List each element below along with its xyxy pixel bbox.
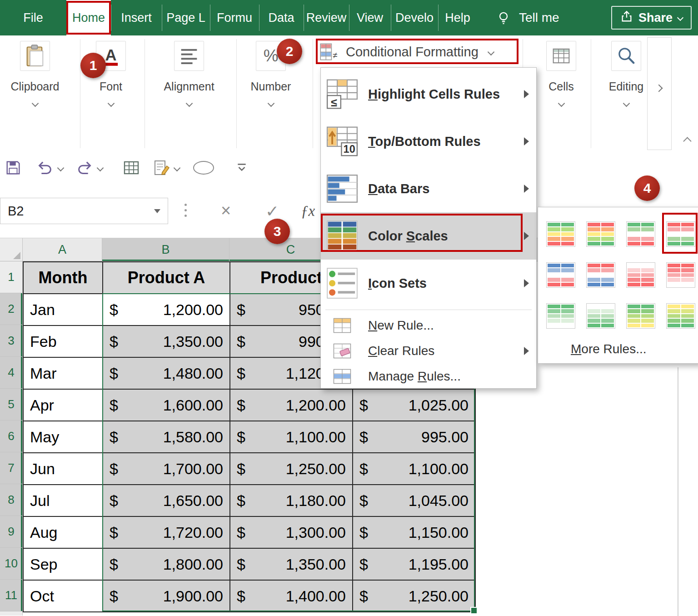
customize-toolbar-icon[interactable]	[236, 163, 248, 173]
cell-b4[interactable]: $1,480.00	[103, 358, 230, 390]
color-scale-option-green-yellow[interactable]	[621, 295, 661, 336]
color-scale-option-red-yellow-green[interactable]	[581, 214, 621, 255]
color-scale-option-red-white-green[interactable]	[661, 214, 698, 255]
save-icon[interactable]	[5, 159, 22, 176]
cell-d9[interactable]: $1,150.00	[353, 517, 476, 549]
cell-c8[interactable]: $1,180.00	[230, 485, 353, 517]
color-scale-option-red-white[interactable]	[661, 255, 698, 295]
name-box-dropdown-icon[interactable]	[154, 209, 160, 213]
borders-grid-icon[interactable]	[122, 159, 141, 177]
tab-file[interactable]: File	[0, 0, 66, 35]
cell-c5[interactable]: $1,200.00	[230, 390, 353, 421]
column-header-b[interactable]: B	[102, 238, 229, 261]
row-header-8[interactable]: 8	[0, 484, 23, 516]
sheet-scrollbar[interactable]	[678, 367, 678, 616]
row-header-3[interactable]: 3	[0, 325, 23, 357]
color-scale-option-blue-white-red[interactable]	[541, 255, 581, 295]
ribbon-group-cells[interactable]: Cells	[527, 41, 595, 108]
ribbon-group-clipboard[interactable]: Clipboard	[1, 41, 69, 108]
cell-b8[interactable]: $1,650.00	[103, 485, 230, 517]
color-scale-option-green-yellow-red[interactable]	[541, 214, 581, 255]
row-header-2[interactable]: 2	[0, 293, 23, 325]
cell-a3[interactable]: Feb	[24, 326, 103, 358]
cell-b6[interactable]: $1,580.00	[103, 421, 230, 453]
cell-a9[interactable]: Aug	[24, 517, 103, 549]
row-header-5[interactable]: 5	[0, 389, 23, 421]
tab-data[interactable]: Data	[259, 0, 304, 35]
menu-item-icon-sets[interactable]: Icon Sets	[321, 260, 536, 307]
cell-a7[interactable]: Jun	[24, 453, 103, 485]
tab-formu[interactable]: Formu	[210, 0, 259, 35]
cell-a11[interactable]: Oct	[24, 581, 103, 612]
cell-a4[interactable]: Mar	[24, 358, 103, 390]
cell-d8[interactable]: $1,045.00	[353, 485, 476, 517]
tab-review[interactable]: Review	[304, 0, 349, 35]
cell-c9[interactable]: $1,300.00	[230, 517, 353, 549]
cell-d10[interactable]: $1,195.00	[353, 549, 476, 581]
formula-bar-divider[interactable]	[184, 204, 187, 206]
cell-d7[interactable]: $1,100.00	[353, 453, 476, 485]
cell-b3[interactable]: $1,350.00	[103, 326, 230, 358]
color-scale-option-yellow-green[interactable]	[661, 295, 698, 336]
cell-b10[interactable]: $1,800.00	[103, 549, 230, 581]
row-header-1[interactable]: 1	[0, 261, 23, 293]
tab-develo[interactable]: Develo	[391, 0, 438, 35]
undo-icon[interactable]	[35, 159, 55, 177]
enter-icon[interactable]: ✓	[265, 202, 279, 221]
name-box[interactable]: B2	[0, 198, 168, 224]
tab-help[interactable]: Help	[438, 0, 477, 35]
cell-c7[interactable]: $1,250.00	[230, 453, 353, 485]
header-cell-month[interactable]: Month	[24, 262, 103, 294]
color-scale-option-white-red[interactable]	[621, 255, 661, 295]
cell-b7[interactable]: $1,700.00	[103, 453, 230, 485]
color-scale-option-green-white[interactable]	[541, 295, 581, 336]
select-all-corner[interactable]	[0, 238, 23, 261]
cell-d6[interactable]: $995.00	[353, 421, 476, 453]
color-scale-option-white-green[interactable]	[581, 295, 621, 336]
cell-a8[interactable]: Jul	[24, 485, 103, 517]
menu-item-manage-rules[interactable]: Manage Rules...	[321, 364, 536, 389]
tab-insert[interactable]: Insert	[111, 0, 162, 35]
share-button[interactable]: Share	[611, 6, 692, 30]
cell-c11[interactable]: $1,400.00	[230, 581, 353, 612]
cell-d5[interactable]: $1,025.00	[353, 390, 476, 421]
more-rules-item[interactable]: More Rules...	[571, 342, 698, 356]
tell-me-button[interactable]: Tell me	[496, 0, 559, 35]
tab-view[interactable]: View	[349, 0, 391, 35]
cell-a10[interactable]: Sep	[24, 549, 103, 581]
edit-dropdown-icon[interactable]	[174, 164, 181, 171]
cell-a2[interactable]: Jan	[24, 294, 103, 326]
row-header-4[interactable]: 4	[0, 357, 23, 389]
undo-dropdown-icon[interactable]	[57, 164, 65, 171]
conditional-formatting-button[interactable]: ≠ Conditional Formatting	[319, 40, 516, 64]
ribbon-scrollbar[interactable]	[647, 37, 672, 150]
menu-item-new-rule[interactable]: New Rule...	[321, 313, 536, 338]
cell-c6[interactable]: $1,100.00	[230, 421, 353, 453]
menu-item-top-bottom-rules[interactable]: 10Top/Bottom Rules	[321, 118, 536, 165]
cell-b9[interactable]: $1,720.00	[103, 517, 230, 549]
color-scale-option-green-white-red[interactable]	[621, 214, 661, 255]
insert-function-icon[interactable]: ƒx	[301, 203, 315, 220]
row-header-7[interactable]: 7	[0, 452, 23, 484]
cell-d11[interactable]: $1,250.00	[353, 581, 476, 612]
redo-icon[interactable]	[75, 159, 94, 177]
row-header-6[interactable]: 6	[0, 421, 23, 452]
edit-document-icon[interactable]	[152, 159, 171, 177]
color-scale-option-red-white-blue[interactable]	[581, 255, 621, 295]
cell-b5[interactable]: $1,600.00	[103, 390, 230, 421]
cell-b11[interactable]: $1,900.00	[103, 581, 230, 612]
ribbon-group-alignment[interactable]: Alignment	[155, 41, 223, 108]
column-header-a[interactable]: A	[23, 238, 102, 261]
redo-dropdown-icon[interactable]	[97, 164, 104, 171]
header-cell-b[interactable]: Product A	[103, 262, 230, 294]
cell-a6[interactable]: May	[24, 421, 103, 453]
menu-item-clear-rules[interactable]: Clear Rules	[321, 338, 536, 364]
menu-item-data-bars[interactable]: Data Bars	[321, 165, 536, 212]
cell-a5[interactable]: Apr	[24, 390, 103, 421]
row-header-11[interactable]: 11	[0, 580, 23, 611]
tab-home[interactable]: Home	[66, 0, 111, 35]
cancel-icon[interactable]: ×	[221, 201, 231, 220]
menu-item-highlight-cells-rules[interactable]: ≤Highlight Cells Rules	[321, 70, 536, 118]
menu-item-color-scales[interactable]: Color Scales	[321, 212, 536, 260]
row-header-9[interactable]: 9	[0, 516, 23, 548]
